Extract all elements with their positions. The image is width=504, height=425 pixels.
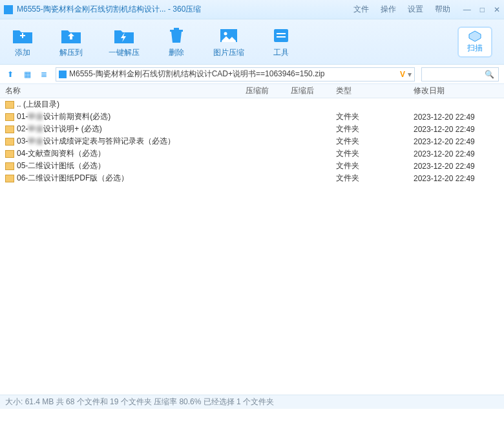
svg-rect-6 <box>274 29 288 42</box>
path-filename: M6555-陶瓷材料金刚石线切割机结构设计CAD+说明书==1063946=15… <box>69 69 397 80</box>
delete-label: 删除 <box>169 47 184 58</box>
menu-file[interactable]: 文件 <box>353 4 369 15</box>
folder-icon <box>5 150 14 158</box>
svg-rect-1 <box>22 33 23 38</box>
file-date: 2023-12-20 22:49 <box>414 149 504 158</box>
delete-button[interactable]: 删除 <box>165 25 187 58</box>
extract-icon <box>60 25 82 45</box>
image-label: 图片压缩 <box>213 47 244 58</box>
view-list-icon[interactable]: ▦ <box>22 70 32 79</box>
file-name: 06-二维设计图纸PDF版（必选） <box>17 173 246 184</box>
file-type: 文件夹 <box>336 124 414 135</box>
col-date[interactable]: 修改日期 <box>414 85 504 96</box>
table-row[interactable]: 04-文献查阅资料（必选）文件夹2023-12-20 22:49 <box>0 147 504 160</box>
maximize-button[interactable]: □ <box>480 5 485 14</box>
svg-rect-2 <box>170 30 183 32</box>
col-before[interactable]: 压缩前 <box>246 85 291 96</box>
col-after[interactable]: 压缩后 <box>291 85 336 96</box>
scan-icon <box>467 30 483 43</box>
status-text: 大小: 61.4 MB 共 68 个文件和 19 个文件夹 压缩率 80.6% … <box>5 397 274 408</box>
file-type: 文件夹 <box>336 160 414 171</box>
file-name: 01-毕业设计前期资料(必选) <box>17 111 246 122</box>
status-bar: 大小: 61.4 MB 共 68 个文件和 19 个文件夹 压缩率 80.6% … <box>0 395 504 409</box>
add-button[interactable]: 添加 <box>12 25 34 58</box>
menu-help[interactable]: 帮助 <box>435 4 450 15</box>
svg-rect-7 <box>277 33 286 34</box>
folder-icon <box>5 162 14 170</box>
oneclick-icon <box>113 25 135 45</box>
folder-icon <box>5 125 14 133</box>
table-row[interactable]: .. (上级目录) <box>0 98 504 111</box>
nav-path: ⬆ ▦ ≣ M6555-陶瓷材料金刚石线切割机结构设计CAD+说明书==1063… <box>0 65 504 84</box>
table-row[interactable]: 01-毕业设计前期资料(必选)文件夹2023-12-20 22:49 <box>0 111 504 123</box>
scan-button[interactable]: 扫描 <box>457 27 492 58</box>
file-name: 02-毕业设计说明+ (必选) <box>17 124 246 135</box>
menu-settings[interactable]: 设置 <box>408 4 423 15</box>
col-type[interactable]: 类型 <box>336 85 414 96</box>
file-name: 05-二维设计图纸（必选） <box>17 160 246 171</box>
folder-icon <box>5 101 14 109</box>
path-input[interactable]: M6555-陶瓷材料金刚石线切割机结构设计CAD+说明书==1063946=15… <box>56 67 415 82</box>
archive-file-icon <box>59 71 67 78</box>
menu-operate[interactable]: 操作 <box>381 4 396 15</box>
file-name: 04-文献查阅资料（必选） <box>17 148 246 159</box>
folder-icon <box>5 113 14 121</box>
table-row[interactable]: 06-二维设计图纸PDF版（必选）文件夹2023-12-20 22:49 <box>0 172 504 184</box>
close-button[interactable]: ✕ <box>494 5 500 14</box>
add-label: 添加 <box>15 47 30 58</box>
app-icon <box>4 5 13 14</box>
file-name: 03-毕业设计成绩评定表与答辩记录表（必选） <box>17 136 246 147</box>
titlebar: M6555-陶瓷材料金刚石线切割机结构设计... - 360压缩 文件 操作 设… <box>0 0 504 19</box>
window-controls: — □ ✕ <box>463 5 500 14</box>
oneclick-label: 一键解压 <box>109 47 140 58</box>
folder-icon <box>5 175 14 182</box>
up-folder-icon[interactable]: ⬆ <box>5 70 16 79</box>
delete-icon <box>165 25 187 45</box>
file-date: 2023-12-20 22:49 <box>414 137 504 146</box>
window-title: M6555-陶瓷材料金刚石线切割机结构设计... - 360压缩 <box>17 4 201 15</box>
file-type: 文件夹 <box>336 173 414 184</box>
tools-button[interactable]: 工具 <box>270 25 292 58</box>
image-icon <box>218 25 240 45</box>
file-date: 2023-12-20 22:49 <box>414 162 504 171</box>
menu-bar: 文件 操作 设置 帮助 <box>353 4 450 15</box>
tools-icon <box>270 25 292 45</box>
table-row[interactable]: 05-二维设计图纸（必选）文件夹2023-12-20 22:49 <box>0 160 504 172</box>
table-row[interactable]: 02-毕业设计说明+ (必选)文件夹2023-12-20 22:49 <box>0 123 504 135</box>
tools-label: 工具 <box>273 47 289 58</box>
file-type: 文件夹 <box>336 148 414 159</box>
scan-label: 扫描 <box>467 43 483 54</box>
path-dropdown-icon[interactable]: ▾ <box>408 70 412 79</box>
file-list: .. (上级目录)01-毕业设计前期资料(必选)文件夹2023-12-20 22… <box>0 98 504 395</box>
minimize-button[interactable]: — <box>463 5 471 14</box>
file-type: 文件夹 <box>336 136 414 147</box>
file-date: 2023-12-20 22:49 <box>414 174 504 183</box>
toolbar: 添加 解压到 一键解压 删除 图片压缩 工具 扫描 <box>0 19 504 65</box>
folder-icon <box>5 138 14 146</box>
view-detail-icon[interactable]: ≣ <box>39 70 49 79</box>
extract-label: 解压到 <box>59 47 83 58</box>
extract-to-button[interactable]: 解压到 <box>59 25 83 58</box>
image-compress-button[interactable]: 图片压缩 <box>213 25 244 58</box>
add-icon <box>12 25 34 45</box>
svg-point-5 <box>224 32 227 36</box>
search-input[interactable]: 🔍 <box>421 67 499 82</box>
file-date: 2023-12-20 22:49 <box>414 113 504 122</box>
svg-rect-8 <box>277 36 286 38</box>
list-header: 名称 压缩前 压缩后 类型 修改日期 <box>0 84 504 98</box>
col-name[interactable]: 名称 <box>5 85 246 96</box>
table-row[interactable]: 03-毕业设计成绩评定表与答辩记录表（必选）文件夹2023-12-20 22:4… <box>0 135 504 147</box>
search-icon: 🔍 <box>485 70 494 79</box>
vip-badge-icon: V <box>400 70 405 79</box>
file-type: 文件夹 <box>336 111 414 122</box>
file-date: 2023-12-20 22:49 <box>414 125 504 134</box>
file-name: .. (上级目录) <box>17 99 246 110</box>
svg-rect-3 <box>174 28 179 30</box>
one-click-extract-button[interactable]: 一键解压 <box>109 25 140 58</box>
